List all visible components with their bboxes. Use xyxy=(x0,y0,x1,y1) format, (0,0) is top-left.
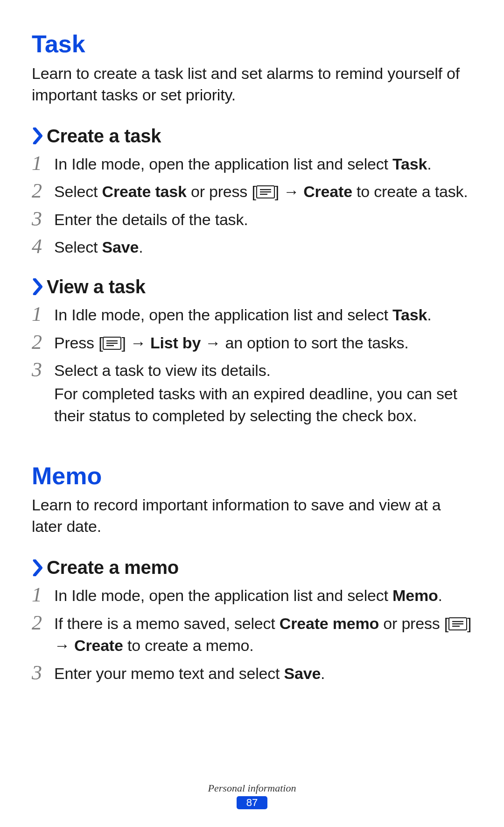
step-body: Enter the details of the task. xyxy=(54,208,472,231)
menu-icon xyxy=(256,182,275,195)
heading-task: Task xyxy=(32,30,472,58)
step: 2 Select Create task or press [] → Creat… xyxy=(32,180,472,203)
page-footer: Personal information 87 xyxy=(0,782,504,809)
step-body: If there is a memo saved, select Create … xyxy=(54,612,472,657)
step-body: Select Save. xyxy=(54,235,472,259)
step-number: 1 xyxy=(32,303,54,325)
step: 3 Enter your memo text and select Save. xyxy=(32,662,472,685)
steps-create-task: 1 In Idle mode, open the application lis… xyxy=(32,152,472,259)
menu-icon xyxy=(103,333,121,346)
manual-page: Task Learn to create a task list and set… xyxy=(0,0,504,827)
chevron-right-icon xyxy=(32,559,45,576)
chevron-right-icon xyxy=(32,127,45,144)
step-note: For completed tasks with an expired dead… xyxy=(54,383,472,427)
step-body: In Idle mode, open the application list … xyxy=(54,303,472,326)
step: 1 In Idle mode, open the application lis… xyxy=(32,584,472,607)
step-body: Press [] → List by → an option to sort t… xyxy=(54,331,472,354)
step-number: 3 xyxy=(32,208,54,230)
subheading-text: Create a task xyxy=(47,126,161,147)
step: 4 Select Save. xyxy=(32,235,472,259)
steps-create-memo: 1 In Idle mode, open the application lis… xyxy=(32,584,472,685)
step: 1 In Idle mode, open the application lis… xyxy=(32,303,472,326)
subheading-text: Create a memo xyxy=(47,557,179,578)
steps-view-task: 1 In Idle mode, open the application lis… xyxy=(32,303,472,427)
step-number: 3 xyxy=(32,359,54,381)
step-number: 2 xyxy=(32,180,54,202)
subheading-create-memo: Create a memo xyxy=(32,557,472,578)
step-number: 4 xyxy=(32,235,54,258)
step-number: 3 xyxy=(32,662,54,684)
chevron-right-icon xyxy=(32,278,45,295)
step: 3 Select a task to view its details. For… xyxy=(32,359,472,426)
subheading-create-task: Create a task xyxy=(32,126,472,147)
step-number: 2 xyxy=(32,331,54,353)
step-number: 1 xyxy=(32,584,54,606)
menu-icon xyxy=(448,614,467,627)
step: 2 Press [] → List by → an option to sort… xyxy=(32,331,472,354)
step-number: 2 xyxy=(32,612,54,634)
step-number: 1 xyxy=(32,152,54,175)
page-number: 87 xyxy=(237,796,267,809)
step-body: In Idle mode, open the application list … xyxy=(54,584,472,607)
intro-memo: Learn to record important information to… xyxy=(32,495,472,537)
subheading-text: View a task xyxy=(47,276,146,297)
step: 1 In Idle mode, open the application lis… xyxy=(32,152,472,176)
step-body: In Idle mode, open the application list … xyxy=(54,152,472,176)
step-body: Enter your memo text and select Save. xyxy=(54,662,472,685)
step-body: Select a task to view its details. For c… xyxy=(54,359,472,426)
subheading-view-task: View a task xyxy=(32,276,472,297)
heading-memo: Memo xyxy=(32,462,472,490)
intro-task: Learn to create a task list and set alar… xyxy=(32,63,472,106)
step: 3 Enter the details of the task. xyxy=(32,208,472,231)
footer-section-label: Personal information xyxy=(0,782,504,794)
step: 2 If there is a memo saved, select Creat… xyxy=(32,612,472,657)
step-body: Select Create task or press [] → Create … xyxy=(54,180,472,203)
